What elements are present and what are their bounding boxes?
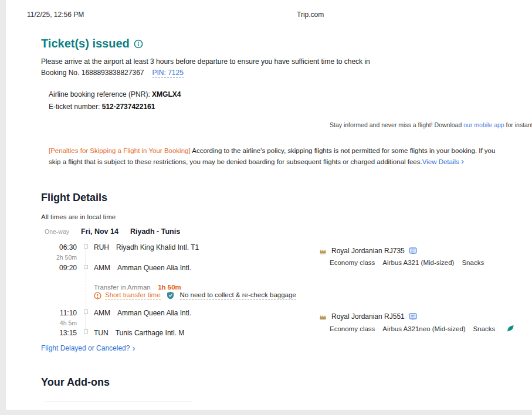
seg2-airline-name: Royal Jordanian RJ551	[331, 312, 405, 321]
site-title: Trip.com	[297, 11, 324, 19]
seg2-dep-airport-row: AMM Amman Queen Alia Intl.	[94, 309, 191, 317]
baggage-note-link[interactable]: No need to collect & re-check baggage	[180, 291, 296, 300]
promo-suffix: for instant upd	[504, 121, 532, 128]
pnr-value: XMGLX4	[152, 90, 181, 98]
chevron-right-icon: ›	[461, 156, 464, 166]
seg1-cabin-row: Economy class Airbus A321 (Mid-sized) Sn…	[330, 259, 484, 266]
seg1-airline-name: Royal Jordanian RJ735	[331, 247, 405, 255]
seg1-duration: 2h 50m	[56, 254, 77, 261]
seg1-arr-airport-row: AMM Amman Queen Alia Intl.	[94, 264, 191, 272]
seg1-arr-airport: Amman Queen Alia Intl.	[117, 264, 191, 272]
seg1-dep-airport-row: RUH Riyadh King Khalid Intl. T1	[94, 243, 199, 251]
info-icon[interactable]	[134, 39, 143, 49]
view-details-link[interactable]: View Details ›	[422, 158, 464, 165]
timeline-node-dep2	[84, 309, 88, 314]
eticket-value: 512-2737422161	[102, 103, 155, 111]
penalties-notice: [Penalties for Skipping a Flight in Your…	[49, 145, 501, 168]
print-preview-page: 11/2/25, 12:56 PM Trip.com Ticket(s) iss…	[0, 0, 532, 415]
pin-link[interactable]: PIN: 7125	[153, 69, 184, 78]
ticket-status-heading: Ticket(s) issued	[41, 37, 143, 50]
seg2-cabin-row: Economy class Airbus A321neo (Mid-sized)…	[330, 325, 514, 332]
eticket-line: E-ticket number: 512-2737422161	[49, 101, 155, 113]
royal-jordanian-logo-icon	[318, 247, 327, 254]
warning-icon	[94, 292, 101, 300]
trip-type-label: One-way	[45, 228, 69, 235]
journey-date: Fri, Nov 14	[81, 227, 118, 236]
seg2-arr-airport: Tunis Carthage Intl. M	[116, 329, 185, 337]
eco-leaf-icon	[506, 325, 514, 332]
flight-delayed-link[interactable]: Flight Delayed or Canceled? ›	[41, 343, 135, 352]
seg2-meal: Snacks	[473, 325, 496, 332]
seg1-dep-airport: Riyadh King Khalid Intl. T1	[116, 243, 199, 251]
baggage-shield-icon	[167, 291, 174, 300]
ticket-status-text: Ticket(s) issued	[41, 37, 130, 50]
seg1-dep-time: 06:30	[56, 243, 77, 251]
seg2-dep-code: AMM	[94, 309, 110, 317]
timeline-node-arr1	[84, 265, 88, 269]
seg2-arr-airport-row: TUN Tunis Carthage Intl. M	[94, 329, 184, 337]
seg1-aircraft: Airbus A321 (Mid-sized)	[382, 259, 454, 266]
flight-delayed-text: Flight Delayed or Canceled?	[41, 344, 130, 352]
transfer-duration: 1h 50m	[158, 284, 181, 291]
local-time-note: All times are in local time	[41, 213, 116, 220]
page-edge-left	[0, 0, 6, 415]
flight-details-heading: Flight Details	[41, 192, 107, 204]
seg2-duration: 4h 5m	[56, 319, 77, 326]
journey-header: One-way Fri, Nov 14 Riyadh - Tunis	[45, 227, 180, 236]
timeline-node-arr2	[84, 329, 88, 334]
timeline-node-dep1	[84, 244, 88, 249]
timeline-segment2-line	[86, 314, 86, 330]
transfer-info: Transfer in Amman 1h 50m	[94, 281, 181, 292]
transfer-warnings-row: Short transfer time No need to collect &…	[94, 291, 296, 300]
seg2-dep-time: 11:10	[56, 309, 77, 317]
seg2-arr-code: TUN	[94, 329, 109, 337]
eticket-label: E-ticket number:	[49, 103, 102, 111]
seg2-dep-airport: Amman Queen Alia Intl.	[117, 309, 191, 317]
addons-heading: Your Add-ons	[41, 376, 110, 389]
transfer-label: Transfer in Amman	[94, 284, 151, 291]
seg2-cabin: Economy class	[330, 325, 375, 332]
seg2-screen-icon[interactable]	[409, 313, 417, 321]
seg1-arr-time: 09:20	[56, 264, 77, 272]
timeline-segment1-line	[86, 249, 86, 266]
seg2-arr-time: 13:15	[56, 329, 77, 337]
seg1-cabin: Economy class	[330, 259, 375, 266]
mobile-app-promo: Stay informed and never miss a flight! D…	[330, 121, 532, 128]
promo-prefix: Stay informed and never miss a flight! D…	[330, 121, 463, 128]
royal-jordanian-logo-icon	[318, 313, 327, 320]
arrival-note: Please arrive at the airport at least 3 …	[41, 57, 370, 66]
chevron-right-icon: ›	[132, 343, 135, 352]
journey-route: Riyadh - Tunis	[130, 227, 180, 236]
seg1-meal: Snacks	[462, 259, 484, 266]
seg2-aircraft: Airbus A321neo (Mid-sized)	[382, 325, 465, 332]
mobile-app-link[interactable]: our mobile app	[463, 121, 504, 128]
timeline-transfer-line	[86, 269, 86, 310]
seg1-screen-icon[interactable]	[409, 247, 417, 255]
seg2-airline-row: Royal Jordanian RJ551	[318, 312, 417, 321]
booking-number: Booking No. 1688893838827367	[41, 69, 144, 77]
pnr-line: Airline booking reference (PNR): XMGLX4	[49, 89, 181, 101]
seg1-dep-code: RUH	[94, 243, 109, 251]
short-transfer-link[interactable]: Short transfer time	[105, 291, 161, 300]
page-edge-bottom	[0, 410, 532, 415]
seg1-airline-row: Royal Jordanian RJ735	[318, 247, 417, 255]
pnr-label: Airline booking reference (PNR):	[49, 90, 152, 98]
addons-card-top-border	[44, 402, 192, 402]
seg1-arr-code: AMM	[94, 264, 110, 272]
penalties-tag: [Penalties for Skipping a Flight in Your…	[49, 147, 191, 154]
print-date: 11/2/25, 12:56 PM	[27, 11, 84, 19]
